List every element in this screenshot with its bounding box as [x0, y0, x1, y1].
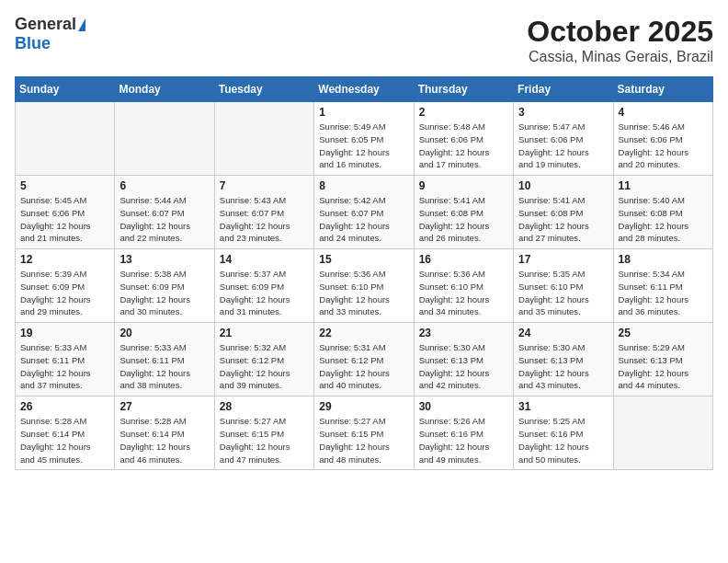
day-info: Sunrise: 5:43 AMSunset: 6:07 PMDaylight:… [220, 194, 309, 245]
day-info: Sunrise: 5:28 AMSunset: 6:14 PMDaylight:… [20, 415, 109, 465]
day-info: Sunrise: 5:48 AMSunset: 6:06 PMDaylight:… [419, 121, 508, 171]
calendar-cell: 23Sunrise: 5:30 AMSunset: 6:13 PMDayligh… [414, 323, 513, 396]
day-info: Sunrise: 5:29 AMSunset: 6:13 PMDaylight:… [619, 341, 708, 392]
day-info: Sunrise: 5:34 AMSunset: 6:11 PMDaylight:… [619, 268, 708, 318]
calendar-cell [16, 102, 115, 176]
weekday-header-saturday: Saturday [613, 77, 712, 102]
calendar-cell: 11Sunrise: 5:40 AMSunset: 6:08 PMDayligh… [613, 176, 712, 249]
calendar-cell: 1Sunrise: 5:49 AMSunset: 6:05 PMDaylight… [314, 102, 414, 176]
calendar-cell: 7Sunrise: 5:43 AMSunset: 6:07 PMDaylight… [214, 176, 313, 249]
day-number: 22 [319, 327, 408, 339]
day-info: Sunrise: 5:39 AMSunset: 6:09 PMDaylight:… [20, 268, 109, 318]
calendar-header-row: SundayMondayTuesdayWednesdayThursdayFrid… [16, 77, 713, 102]
day-number: 28 [220, 400, 309, 413]
day-number: 20 [119, 327, 209, 339]
day-info: Sunrise: 5:45 AMSunset: 6:06 PMDaylight:… [20, 194, 109, 245]
calendar-week-row: 5Sunrise: 5:45 AMSunset: 6:06 PMDaylight… [16, 176, 713, 249]
calendar-cell: 29Sunrise: 5:27 AMSunset: 6:15 PMDayligh… [314, 396, 414, 470]
day-number: 11 [619, 179, 708, 192]
calendar-cell: 24Sunrise: 5:30 AMSunset: 6:13 PMDayligh… [514, 323, 613, 396]
weekday-header-thursday: Thursday [414, 77, 513, 102]
day-info: Sunrise: 5:35 AMSunset: 6:10 PMDaylight:… [518, 268, 608, 318]
day-number: 24 [518, 327, 608, 339]
day-number: 27 [119, 400, 209, 413]
calendar-cell [613, 396, 712, 470]
calendar-cell: 10Sunrise: 5:41 AMSunset: 6:08 PMDayligh… [514, 176, 613, 249]
calendar-cell: 13Sunrise: 5:38 AMSunset: 6:09 PMDayligh… [115, 249, 214, 323]
weekday-header-friday: Friday [514, 77, 613, 102]
calendar-cell: 17Sunrise: 5:35 AMSunset: 6:10 PMDayligh… [514, 249, 613, 323]
day-info: Sunrise: 5:40 AMSunset: 6:08 PMDaylight:… [619, 194, 708, 245]
calendar-week-row: 1Sunrise: 5:49 AMSunset: 6:05 PMDaylight… [16, 102, 713, 176]
day-info: Sunrise: 5:30 AMSunset: 6:13 PMDaylight:… [419, 341, 508, 392]
calendar-cell: 16Sunrise: 5:36 AMSunset: 6:10 PMDayligh… [414, 249, 513, 323]
day-info: Sunrise: 5:36 AMSunset: 6:10 PMDaylight:… [319, 268, 408, 318]
calendar-cell: 30Sunrise: 5:26 AMSunset: 6:16 PMDayligh… [414, 396, 513, 470]
logo-triangle-icon [78, 18, 85, 31]
day-number: 13 [119, 253, 209, 266]
day-info: Sunrise: 5:30 AMSunset: 6:13 PMDaylight:… [518, 341, 608, 392]
day-info: Sunrise: 5:33 AMSunset: 6:11 PMDaylight:… [20, 341, 109, 392]
day-number: 21 [220, 327, 309, 339]
logo: General Blue [15, 15, 85, 53]
calendar-cell: 21Sunrise: 5:32 AMSunset: 6:12 PMDayligh… [214, 323, 313, 396]
day-number: 17 [518, 253, 608, 266]
day-info: Sunrise: 5:49 AMSunset: 6:05 PMDaylight:… [319, 121, 408, 171]
day-number: 18 [619, 253, 708, 266]
day-number: 4 [619, 106, 708, 119]
day-info: Sunrise: 5:31 AMSunset: 6:12 PMDaylight:… [319, 341, 408, 392]
calendar-table: SundayMondayTuesdayWednesdayThursdayFrid… [15, 76, 713, 470]
calendar-cell: 15Sunrise: 5:36 AMSunset: 6:10 PMDayligh… [314, 249, 414, 323]
calendar-week-row: 12Sunrise: 5:39 AMSunset: 6:09 PMDayligh… [16, 249, 713, 323]
day-number: 3 [518, 106, 608, 119]
day-number: 31 [518, 400, 608, 413]
day-number: 6 [119, 179, 209, 192]
calendar-cell: 9Sunrise: 5:41 AMSunset: 6:08 PMDaylight… [414, 176, 513, 249]
day-info: Sunrise: 5:41 AMSunset: 6:08 PMDaylight:… [419, 194, 508, 245]
calendar-cell: 14Sunrise: 5:37 AMSunset: 6:09 PMDayligh… [214, 249, 313, 323]
calendar-cell: 8Sunrise: 5:42 AMSunset: 6:07 PMDaylight… [314, 176, 414, 249]
page-header: General Blue October 2025 Cassia, Minas … [15, 15, 713, 65]
calendar-week-row: 19Sunrise: 5:33 AMSunset: 6:11 PMDayligh… [16, 323, 713, 396]
location-title: Cassia, Minas Gerais, Brazil [527, 49, 713, 65]
calendar-cell: 3Sunrise: 5:47 AMSunset: 6:06 PMDaylight… [514, 102, 613, 176]
calendar-cell: 25Sunrise: 5:29 AMSunset: 6:13 PMDayligh… [613, 323, 712, 396]
day-info: Sunrise: 5:41 AMSunset: 6:08 PMDaylight:… [518, 194, 608, 245]
day-info: Sunrise: 5:33 AMSunset: 6:11 PMDaylight:… [119, 341, 209, 392]
calendar-cell: 6Sunrise: 5:44 AMSunset: 6:07 PMDaylight… [115, 176, 214, 249]
day-info: Sunrise: 5:42 AMSunset: 6:07 PMDaylight:… [319, 194, 408, 245]
calendar-cell: 26Sunrise: 5:28 AMSunset: 6:14 PMDayligh… [16, 396, 115, 470]
day-number: 10 [518, 179, 608, 192]
day-info: Sunrise: 5:28 AMSunset: 6:14 PMDaylight:… [119, 415, 209, 465]
month-title: October 2025 [527, 15, 713, 49]
calendar-cell: 5Sunrise: 5:45 AMSunset: 6:06 PMDaylight… [16, 176, 115, 249]
day-number: 5 [20, 179, 109, 192]
day-info: Sunrise: 5:36 AMSunset: 6:10 PMDaylight:… [419, 268, 508, 318]
day-number: 15 [319, 253, 408, 266]
weekday-header-wednesday: Wednesday [314, 77, 414, 102]
day-number: 8 [319, 179, 408, 192]
logo-blue-text: Blue [15, 34, 51, 52]
day-info: Sunrise: 5:47 AMSunset: 6:06 PMDaylight:… [518, 121, 608, 171]
calendar-cell [115, 102, 214, 176]
day-number: 7 [220, 179, 309, 192]
title-block: October 2025 Cassia, Minas Gerais, Brazi… [527, 15, 713, 65]
day-number: 26 [20, 400, 109, 413]
day-number: 16 [419, 253, 508, 266]
calendar-cell: 28Sunrise: 5:27 AMSunset: 6:15 PMDayligh… [214, 396, 313, 470]
weekday-header-tuesday: Tuesday [214, 77, 313, 102]
weekday-header-monday: Monday [115, 77, 214, 102]
day-info: Sunrise: 5:26 AMSunset: 6:16 PMDaylight:… [419, 415, 508, 465]
calendar-cell: 20Sunrise: 5:33 AMSunset: 6:11 PMDayligh… [115, 323, 214, 396]
day-info: Sunrise: 5:25 AMSunset: 6:16 PMDaylight:… [518, 415, 608, 465]
calendar-cell [214, 102, 313, 176]
day-info: Sunrise: 5:46 AMSunset: 6:06 PMDaylight:… [619, 121, 708, 171]
day-number: 9 [419, 179, 508, 192]
calendar-cell: 19Sunrise: 5:33 AMSunset: 6:11 PMDayligh… [16, 323, 115, 396]
day-info: Sunrise: 5:32 AMSunset: 6:12 PMDaylight:… [220, 341, 309, 392]
day-info: Sunrise: 5:37 AMSunset: 6:09 PMDaylight:… [220, 268, 309, 318]
calendar-cell: 27Sunrise: 5:28 AMSunset: 6:14 PMDayligh… [115, 396, 214, 470]
day-info: Sunrise: 5:27 AMSunset: 6:15 PMDaylight:… [319, 415, 408, 465]
day-number: 29 [319, 400, 408, 413]
day-number: 14 [220, 253, 309, 266]
